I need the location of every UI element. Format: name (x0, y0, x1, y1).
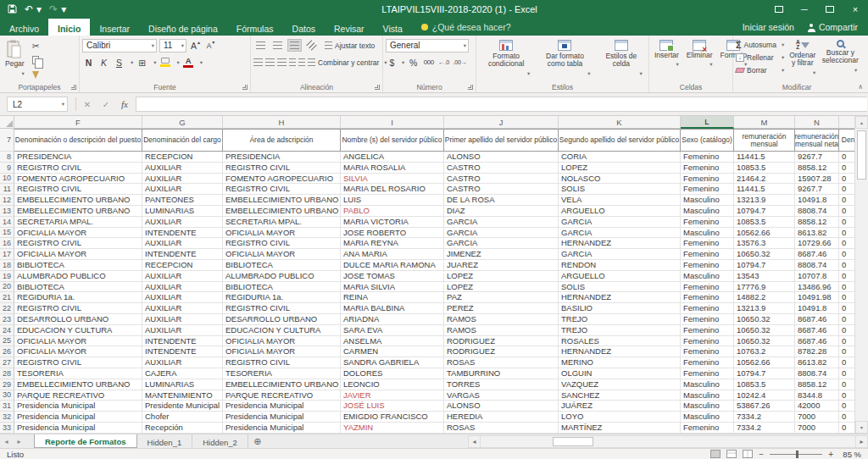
cell-G15[interactable]: INTENDENTE (142, 228, 223, 239)
cell-L32[interactable]: Masculino (681, 412, 734, 423)
scroll-down-icon[interactable]: ▾ (855, 421, 868, 434)
comma-format-icon[interactable]: 000 (422, 56, 435, 69)
cell-I14[interactable]: MARIA VICTORIA (341, 217, 444, 228)
underline-dropdown-icon[interactable]: ▾ (128, 59, 133, 66)
decrease-indent-icon[interactable] (289, 56, 296, 69)
cell-K33[interactable]: MARTÍNEZ (559, 423, 681, 434)
undo-dropdown-icon[interactable]: ▾ (36, 4, 42, 14)
cell-F30[interactable]: PARQUE RECREATIVO (14, 390, 142, 401)
cell-N27[interactable]: 8613.82 (795, 357, 839, 368)
align-center-icon[interactable] (265, 56, 275, 69)
align-bottom-icon[interactable] (287, 39, 302, 52)
cell-F13[interactable]: EMBELLECIMIENTO URBANO (14, 206, 142, 217)
font-color-icon[interactable]: A (182, 56, 195, 69)
cell-K26[interactable]: HERNANDEZ (559, 346, 681, 357)
cell-L24[interactable]: Femenino (681, 325, 734, 336)
cell-H9[interactable]: REGISTRO CIVIL (223, 163, 341, 174)
cell-K11[interactable]: SOLIS (559, 184, 681, 195)
bold-button[interactable]: N (82, 56, 95, 69)
cell-H15[interactable]: OFICIALIA MAYOR (223, 228, 341, 239)
insert-cells-button[interactable]: Insertar ▾ (652, 38, 682, 81)
cell-H33[interactable]: Presidencia Municipal (223, 423, 341, 434)
cell-M19[interactable]: 13543 (734, 271, 795, 282)
cell-H24[interactable]: EDUCACION Y CULTURA (223, 325, 341, 336)
cell-G21[interactable]: AUXILIAR (142, 292, 223, 303)
zoom-in-icon[interactable]: + (828, 450, 833, 459)
cell-G7[interactable]: Denominación del cargo (142, 129, 223, 152)
conditional-formatting-button[interactable]: Formato condicional ▾ (480, 38, 532, 81)
cell-G11[interactable]: AUXILIAR (142, 184, 223, 195)
delete-cells-button[interactable]: Eliminar ▾ (684, 38, 715, 81)
borders-icon[interactable]: ⊞ (136, 56, 148, 69)
scroll-left-icon[interactable]: ◂ (468, 435, 481, 448)
cell-N25[interactable]: 8687.46 (795, 336, 839, 347)
insert-function-icon[interactable]: fx (117, 97, 132, 112)
row-header-29[interactable]: 29 (0, 379, 14, 390)
row-header-25[interactable]: 25 (0, 336, 14, 347)
cell-H28[interactable]: TESORERIA (223, 368, 341, 379)
cell-I33[interactable]: YAZMIN (341, 423, 444, 434)
cell-J9[interactable]: CASTRO (444, 163, 559, 174)
merge-center-button[interactable]: Combinar y centrar▾ (308, 58, 387, 67)
cell-G32[interactable]: Chofer (142, 412, 223, 423)
share-button[interactable]: Compartir (808, 22, 858, 32)
ribbon-tab-datos[interactable]: Datos (283, 19, 325, 36)
cell-M26[interactable]: 10763.2 (734, 346, 795, 357)
cell-I7[interactable]: Nombre (s) del servidor público (341, 129, 444, 152)
cell-I16[interactable]: MARIA REYNA (341, 238, 444, 249)
cell-G8[interactable]: RECEPCION (142, 152, 223, 163)
ribbon-tab-vista[interactable]: Vista (374, 19, 412, 36)
cell-G10[interactable]: AUXILIAR (142, 174, 223, 185)
column-header-H[interactable]: H (223, 116, 341, 129)
underline-button[interactable]: S (113, 56, 125, 69)
column-header-L[interactable]: L (681, 116, 734, 129)
cell-H12[interactable]: EMBELLECIMIENTO URBANO (223, 195, 341, 206)
cell-J33[interactable]: ROSAS (444, 423, 559, 434)
cell-N15[interactable]: 8613.82 (795, 228, 839, 239)
column-header-I[interactable]: I (341, 116, 444, 129)
cell-N32[interactable]: 7000 (795, 412, 839, 423)
collapse-ribbon-icon[interactable]: ∧ (858, 83, 863, 91)
cell-H11[interactable]: REGISTRO CIVIL (223, 184, 341, 195)
currency-dropdown-icon[interactable]: ▾ (399, 59, 404, 66)
horizontal-scrollbar[interactable]: ◂ ▸ (468, 434, 868, 448)
cell-K16[interactable]: HERNANDEZ (559, 238, 681, 249)
close-icon[interactable]: × (843, 0, 868, 19)
cell-H22[interactable]: REGISTRO CIVIL (223, 303, 341, 314)
cell-F19[interactable]: ALUMBRADO PUBLICO (14, 271, 142, 282)
cell-I27[interactable]: SANDRA GABRIELA (341, 357, 444, 368)
cell-H26[interactable]: OFICIALIA MAYOR (223, 346, 341, 357)
cell-J8[interactable]: ALONSO (444, 152, 559, 163)
cell-M11[interactable]: 11441.5 (734, 184, 795, 195)
fill-color-dropdown-icon[interactable]: ▾ (175, 59, 180, 66)
sign-in-link[interactable]: Iniciar sesión (743, 22, 794, 32)
row-header-13[interactable]: 13 (0, 206, 14, 217)
row-header-31[interactable]: 31 (0, 401, 14, 412)
cell-F24[interactable]: EDUCACION Y CULTURA (14, 325, 142, 336)
column-header-K[interactable]: K (559, 116, 681, 129)
ribbon-tab-revisar[interactable]: Revisar (325, 19, 374, 36)
cell-J19[interactable]: LOPEZ (444, 271, 559, 282)
row-header-27[interactable]: 27 (0, 357, 14, 368)
cell-F10[interactable]: FOMENTO AGROPECUARIO (14, 174, 142, 185)
cell-G19[interactable]: AUXILIAR (142, 271, 223, 282)
cell-F33[interactable]: Presidencia Municipal (14, 423, 142, 434)
cell-I24[interactable]: SARA EVA (341, 325, 444, 336)
row-header-32[interactable]: 32 (0, 412, 14, 423)
cell-L19[interactable]: Masculino (681, 271, 734, 282)
select-all-corner[interactable] (0, 116, 14, 129)
column-header-N[interactable]: N (795, 116, 839, 129)
cell-H32[interactable]: Presidencia Municipal (223, 412, 341, 423)
maximize-icon[interactable] (817, 0, 843, 19)
cell-M32[interactable]: 7334.2 (734, 412, 795, 423)
cell-L10[interactable]: Femenino (681, 174, 734, 185)
cell-N9[interactable]: 8858.12 (795, 163, 839, 174)
paste-dropdown-icon[interactable]: ▾ (19, 69, 24, 77)
cell-F25[interactable]: OFICIALIA MAYOR (14, 336, 142, 347)
cell-H23[interactable]: DESARROLLO URBANO (223, 314, 341, 325)
cell-K31[interactable]: JUÁREZ (559, 401, 681, 412)
wrap-text-button[interactable]: Ajustar texto (325, 41, 375, 50)
cell-G20[interactable]: AUXILIAR (142, 282, 223, 293)
row-header-28[interactable]: 28 (0, 368, 14, 379)
sheet-nav-right-icon[interactable]: ▸ (13, 434, 25, 448)
